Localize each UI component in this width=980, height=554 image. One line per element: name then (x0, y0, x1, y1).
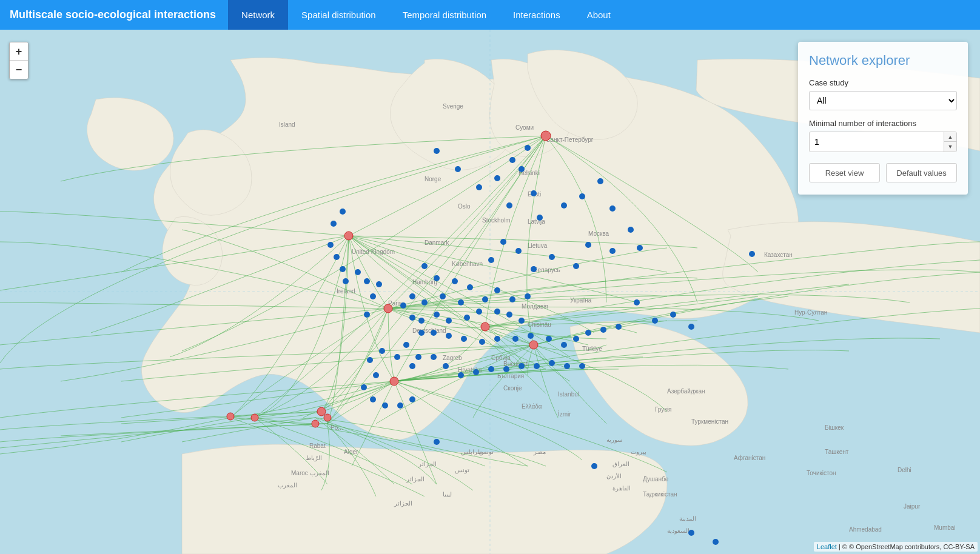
svg-point-80 (529, 341, 538, 349)
svg-text:Oslo: Oslo (458, 203, 471, 210)
map-attribution: Leaflet | © © OpenStreetMap contributors… (814, 542, 978, 552)
svg-point-158 (379, 348, 385, 354)
case-study-select[interactable]: All (809, 91, 957, 110)
svg-point-132 (461, 336, 467, 342)
nav-item-about[interactable]: About (574, 0, 624, 30)
svg-point-169 (334, 254, 340, 260)
svg-point-97 (628, 227, 634, 233)
svg-text:Sverige: Sverige (443, 103, 463, 110)
svg-point-94 (579, 193, 585, 199)
svg-point-143 (403, 342, 409, 348)
svg-text:Norge: Norge (425, 176, 441, 182)
svg-point-103 (531, 266, 537, 272)
svg-text:سوریه: سوریه (606, 436, 622, 444)
svg-text:القاهرة: القاهرة (612, 485, 631, 492)
svg-point-73 (344, 232, 353, 240)
spinner-controls: ▲ ▼ (944, 132, 956, 152)
svg-text:العراق: العراق (612, 461, 629, 468)
nav-item-network[interactable]: Network (228, 0, 288, 30)
svg-point-125 (409, 293, 415, 299)
svg-text:الرّباط: الرّباط (306, 455, 322, 462)
nav-item-temporal[interactable]: Temporal distribution (389, 0, 500, 30)
svg-text:Афганістан: Афганістан (734, 455, 765, 461)
svg-point-119 (494, 309, 500, 315)
spinner-down-button[interactable]: ▼ (944, 142, 956, 152)
svg-point-167 (340, 209, 346, 215)
svg-point-146 (443, 363, 449, 369)
svg-point-74 (384, 304, 392, 313)
svg-point-87 (509, 157, 515, 163)
svg-point-147 (458, 372, 464, 378)
svg-text:ليبيا: ليبيا (443, 491, 452, 498)
app-title: Multiscale socio-ecological interactions (10, 8, 216, 21)
svg-point-102 (549, 254, 555, 260)
svg-text:Азербайджан: Азербайджан (667, 388, 705, 395)
svg-point-166 (331, 221, 337, 227)
svg-point-144 (415, 354, 421, 360)
svg-point-182 (634, 299, 640, 305)
svg-point-89 (519, 166, 525, 172)
svg-point-77 (312, 420, 319, 427)
map-container[interactable]: Sverige Island Norge Oslo Helsinki Stock… (0, 30, 980, 554)
svg-point-114 (494, 287, 500, 293)
svg-point-173 (364, 278, 370, 284)
svg-point-178 (591, 463, 597, 469)
svg-point-127 (409, 315, 415, 321)
zoom-out-button[interactable]: − (10, 61, 28, 79)
svg-text:بیروت: بیروت (631, 449, 646, 456)
svg-point-120 (476, 309, 482, 315)
svg-point-133 (479, 339, 485, 345)
svg-text:Грузія: Грузія (655, 406, 672, 413)
svg-point-138 (561, 342, 567, 348)
spinner-up-button[interactable]: ▲ (944, 132, 956, 142)
svg-text:Ireland: Ireland (337, 288, 355, 295)
svg-text:الجزائر: الجزائر (394, 500, 412, 507)
svg-point-98 (637, 245, 643, 251)
svg-point-161 (361, 384, 367, 390)
svg-text:المدينة: المدينة (679, 515, 696, 522)
leaflet-link[interactable]: Leaflet (817, 543, 837, 550)
panel-buttons: Reset view Default values (809, 163, 957, 182)
nav-item-interactions[interactable]: Interactions (500, 0, 574, 30)
svg-text:Україна: Україна (570, 297, 592, 304)
svg-text:السعودية: السعودية (667, 527, 690, 535)
svg-point-88 (525, 145, 531, 151)
reset-view-button[interactable]: Reset view (809, 163, 880, 182)
svg-point-170 (340, 266, 346, 272)
min-interactions-input[interactable] (810, 133, 944, 150)
svg-point-136 (528, 333, 534, 339)
svg-text:İzmir: İzmir (558, 410, 571, 418)
svg-point-108 (434, 275, 440, 281)
svg-point-135 (512, 336, 519, 342)
svg-text:Суоми: Суоми (515, 124, 534, 131)
svg-point-112 (458, 299, 464, 305)
svg-point-148 (473, 369, 479, 375)
svg-point-90 (531, 190, 537, 196)
svg-point-162 (370, 396, 376, 402)
svg-text:طرابلس: طرابلس (461, 449, 483, 456)
default-values-button[interactable]: Default values (886, 163, 957, 182)
svg-point-131 (446, 333, 452, 339)
svg-point-123 (434, 312, 440, 318)
svg-point-115 (509, 296, 515, 302)
svg-point-164 (397, 402, 403, 409)
zoom-in-button[interactable]: + (10, 42, 28, 61)
svg-text:Таджикістан: Таджикістан (643, 491, 677, 498)
svg-text:المغرب: المغرب (278, 482, 297, 489)
svg-point-104 (515, 248, 522, 254)
svg-point-75 (390, 377, 398, 385)
svg-point-185 (688, 324, 694, 330)
svg-point-151 (519, 363, 525, 369)
svg-point-86 (494, 175, 500, 181)
svg-text:Ελλάδα: Ελλάδα (522, 403, 542, 410)
svg-point-95 (597, 178, 603, 184)
svg-point-122 (446, 318, 452, 324)
nav-item-spatial[interactable]: Spatial distribution (288, 0, 389, 30)
svg-point-145 (431, 354, 437, 360)
svg-point-180 (713, 539, 719, 545)
svg-point-92 (537, 215, 543, 221)
svg-point-172 (355, 269, 361, 275)
min-interactions-label: Minimal number of interactions (809, 119, 957, 128)
header: Multiscale socio-ecological interactions… (0, 0, 980, 30)
svg-text:Ahmedabad: Ahmedabad (849, 526, 882, 533)
